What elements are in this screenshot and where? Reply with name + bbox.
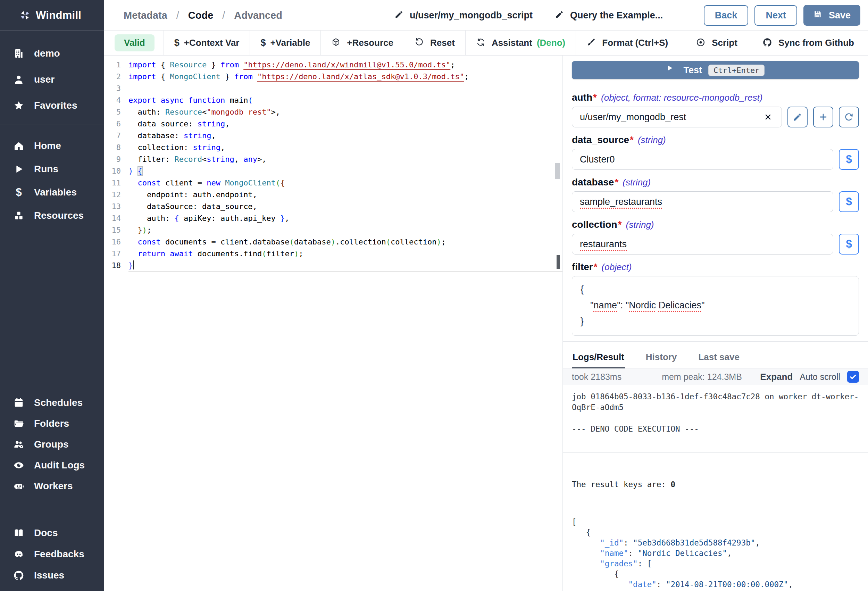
topbar-actions: Back Next Save (704, 0, 861, 31)
tab-code[interactable]: Code (188, 10, 214, 21)
sidebar-item-label: Home (34, 140, 61, 151)
sidebar-item-feedbacks[interactable]: Feedbacks (0, 544, 104, 564)
back-button[interactable]: Back (704, 5, 748, 26)
code-line[interactable]: 15 }); (104, 224, 562, 236)
sidebar-item-label: Feedbacks (34, 549, 84, 560)
-variable-button[interactable]: $+Variable (250, 31, 320, 56)
code-line[interactable]: 7 database: string, (104, 130, 562, 142)
valid-badge: Valid (115, 34, 155, 52)
sidebar-item-demo[interactable]: demo (0, 40, 104, 66)
sidebar-item-workers[interactable]: Workers (0, 476, 104, 496)
line-number: 5 (104, 106, 121, 118)
sidebar-item-variables[interactable]: $Variables (0, 180, 104, 204)
run-mem-peak: mem peak: 124.3MB (662, 372, 742, 382)
panel-divider (563, 341, 868, 342)
field-type-annotation: (object) (602, 262, 632, 273)
sidebar-item-issues[interactable]: Issues (0, 564, 104, 586)
sidebar-item-resources[interactable]: Resources (0, 204, 104, 227)
tab-history[interactable]: History (645, 347, 678, 368)
input-value: sample_restaurants (580, 197, 662, 207)
code-line[interactable]: 14 auth: { apiKey: auth.api_key }, (104, 213, 562, 224)
code-line[interactable]: 2import { MongoClient } from "https://de… (104, 71, 562, 83)
code-line[interactable]: 11 const client = new MongoClient({ (104, 177, 562, 189)
toolbar-item-label: +Resource (347, 37, 393, 48)
data_source-field-row: Cluster0$ (572, 149, 859, 170)
database-input[interactable]: sample_restaurants (572, 191, 833, 212)
code-line[interactable]: 1import { Resource } from "https://deno.… (104, 59, 562, 71)
tab-last-save[interactable]: Last save (698, 347, 740, 368)
code-line[interactable]: 16 const documents = client.database(dat… (104, 236, 562, 248)
expand-button[interactable]: Expand (760, 372, 793, 382)
sidebar-item-user[interactable]: user (0, 66, 104, 92)
collection-input[interactable]: restaurants (572, 234, 833, 254)
line-number: 8 (104, 142, 121, 154)
code-line[interactable]: 6 data_source: string, (104, 118, 562, 130)
code-line[interactable]: 5 auth: Resource<"mongodb_rest">, (104, 106, 562, 118)
refresh-resource-button[interactable] (839, 106, 859, 127)
autoscroll-checkbox[interactable] (847, 371, 859, 383)
run-statusbar: took 2183ms mem peak: 124.3MB Expand Aut… (563, 368, 868, 385)
sidebar-item-schedules[interactable]: Schedules (0, 392, 104, 413)
tab-metadata[interactable]: Metadata (124, 10, 167, 21)
sidebar-item-folders[interactable]: Folders (0, 413, 104, 434)
code-line[interactable]: 17 return await documents.find(filter); (104, 248, 562, 260)
code-line[interactable]: 12 endpoint: auth.endpoint, (104, 189, 562, 201)
script-summary-chip[interactable]: Query the Example... (555, 10, 663, 21)
insert-variable-button[interactable]: $ (839, 191, 859, 212)
edit-pencil-icon (555, 10, 566, 21)
insert-variable-button[interactable]: $ (839, 149, 859, 170)
editor-scrollbar-thumb[interactable] (555, 163, 560, 179)
sidebar-item-audit-logs[interactable]: Audit Logs (0, 455, 104, 476)
code-lines: 1import { Resource } from "https://deno.… (104, 56, 562, 272)
code-line[interactable]: 13 dataSource: data_source, (104, 201, 562, 213)
script-path-chip[interactable]: u/user/my_mongodb_script (394, 10, 533, 21)
sidebar-item-runs[interactable]: Runs (0, 157, 104, 180)
editor-overview-ruler-mark (557, 255, 560, 269)
code-line[interactable]: 3 (104, 83, 562, 95)
sync-from-github-button[interactable]: Sync from Github (762, 37, 854, 49)
save-button[interactable]: Save (803, 5, 861, 26)
home-icon (13, 140, 24, 151)
code-editor[interactable]: 1import { Resource } from "https://deno.… (104, 56, 562, 591)
code-line[interactable]: 8 collection: string, (104, 142, 562, 154)
edit-resource-button[interactable] (787, 106, 807, 127)
script-button[interactable]: Script (696, 37, 737, 49)
play-icon (666, 65, 678, 76)
line-number: 13 (104, 201, 121, 213)
insert-variable-button[interactable]: $ (839, 234, 859, 254)
sidebar-item-label: Schedules (34, 397, 83, 408)
edit-pencil-icon (394, 10, 406, 21)
sidebar-item-groups[interactable]: Groups (0, 434, 104, 455)
github-icon (13, 570, 24, 581)
code-line[interactable]: 10) { (104, 165, 562, 177)
next-button[interactable]: Next (754, 5, 797, 26)
code-line[interactable]: 18} (104, 260, 562, 272)
test-button[interactable]: Test Ctrl+Enter (572, 61, 859, 79)
windmill-logo-icon (19, 10, 31, 21)
data_source-input[interactable]: Cluster0 (572, 149, 833, 170)
format-ctrl-s--button[interactable]: Format (Ctrl+S) (576, 31, 678, 56)
code-line[interactable]: 4export async function main( (104, 95, 562, 106)
sidebar-item-home[interactable]: Home (0, 134, 104, 157)
result-json-line: "name": "Nordic Delicacies", (572, 548, 859, 558)
run-duration: took 2183ms (572, 372, 621, 382)
clear-resource-button[interactable] (762, 111, 774, 123)
sidebar-item-docs[interactable]: Docs (0, 522, 104, 544)
tab-advanced[interactable]: Advanced (234, 10, 282, 21)
floppy-icon (813, 10, 824, 21)
field-type-annotation: (object, format: resource-mongodb_rest) (601, 92, 762, 103)
topbar: Metadata/Code/Advanced u/user/my_mongodb… (104, 0, 868, 31)
code-line[interactable]: 9 filter: Record<string, any>, (104, 154, 562, 165)
sidebar-item-favorites[interactable]: Favorites (0, 92, 104, 118)
auth-input[interactable]: u/user/my_mongodb_rest (572, 106, 782, 127)
-resource-button[interactable]: +Resource (321, 31, 404, 56)
tab-logs-result[interactable]: Logs/Result (572, 347, 625, 368)
app-title: Windmill (36, 9, 81, 22)
reset-button[interactable]: Reset (404, 31, 465, 56)
workspace-logo[interactable]: Windmill (0, 0, 104, 31)
add-resource-button[interactable] (813, 106, 833, 127)
assistant-button[interactable]: Assistant(Deno) (466, 31, 576, 56)
line-number: 7 (104, 130, 121, 142)
filter-json-editor[interactable]: {"name": "Nordic Delicacies"} (572, 276, 859, 336)
-context-var-button[interactable]: $+Context Var (164, 31, 250, 56)
